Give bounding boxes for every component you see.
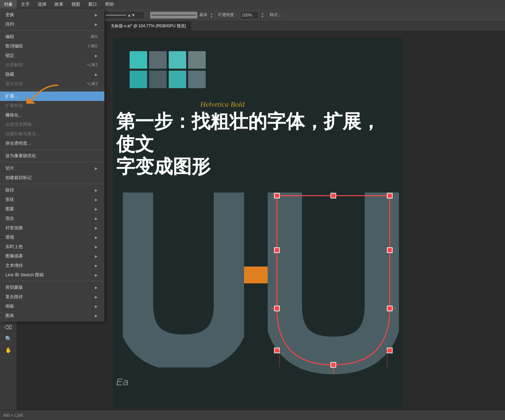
svg-rect-11 (274, 248, 279, 253)
menu-item-锁定[interactable]: 锁定 ▶ (0, 51, 104, 60)
submenu-arrow-剪切蒙版: ▶ (95, 286, 98, 289)
swatch-5 (149, 71, 167, 88)
status-bar: 800 × 1,165 (0, 410, 505, 420)
canvas-area: Helvetica Bold 第一步：找粗壮的字体，扩展，使文 字变成图形 (106, 31, 505, 410)
menu-item-排列[interactable]: 排列 ▶ (0, 20, 104, 29)
document-canvas: Helvetica Bold 第一步：找粗壮的字体，扩展，使文 字变成图形 (113, 38, 402, 408)
menu-item-栅格化[interactable]: 栅格化... (0, 110, 104, 120)
menu-文字[interactable]: 文字 (17, 0, 34, 9)
submenu-arrow-排列: ▶ (95, 23, 98, 26)
svg-rect-9 (387, 306, 392, 311)
svg-rect-13 (274, 348, 279, 353)
menu-item-设为像素级优化[interactable]: 设为像素级优化 (0, 151, 104, 161)
menu-item-图像描摹[interactable]: 图像描摹 ▶ (0, 251, 104, 261)
menu-item-全部解锁: 全部解锁 ⌥⌘2 (0, 60, 104, 70)
opacity-input[interactable] (240, 11, 259, 19)
svg-rect-7 (387, 193, 392, 198)
svg-rect-6 (274, 193, 279, 198)
opacity-stepper[interactable]: ▲ ▼ (261, 12, 264, 18)
submenu-arrow-切片: ▶ (95, 167, 98, 170)
menu-item-编组[interactable]: 编组 ⌘G (0, 32, 104, 41)
color-swatches-grid (130, 51, 206, 88)
sep-5 (0, 184, 104, 184)
arrow-right (244, 267, 268, 287)
menu-帮助[interactable]: 帮助 (101, 0, 118, 9)
submenu-arrow-图像描摹: ▶ (95, 254, 98, 258)
menu-item-形状[interactable]: 形状 ▶ (0, 195, 104, 204)
sep-2 (0, 90, 104, 90)
doc-size-label: 800 × 1,165 (3, 413, 23, 417)
menu-item-创建裁切标记[interactable]: 创建裁切标记 (0, 173, 104, 182)
menu-item-文本绕排[interactable]: 文本绕排 ▶ (0, 261, 104, 270)
menu-item-实时上色[interactable]: 实时上色 ▶ (0, 242, 104, 251)
base-stepper[interactable]: ▲ ▼ (210, 12, 212, 18)
menu-bar: 对象 文字 选择 效果 视图 窗口 帮助 (0, 0, 505, 9)
submenu-arrow-锁定: ▶ (95, 54, 98, 58)
tab-document[interactable]: 无标题-x.ai* @ 104.77% (RGB/GPU 预览) (106, 22, 191, 31)
menu-item-混合[interactable]: 混合 ▶ (0, 214, 104, 223)
submenu-arrow-变换: ▶ (95, 13, 98, 17)
menu-item-创建对象马赛克: 创建对象马赛克... (0, 129, 104, 139)
tab-bar: 无标题-x.ai* @ 104.77% (RGB/GPU 预览) (106, 22, 505, 31)
zoom-tool[interactable]: 🔍 (3, 333, 14, 344)
submenu-arrow-透视: ▶ (95, 236, 98, 239)
menu-item-取消编组[interactable]: 取消编组 ⇧⌘G (0, 41, 104, 51)
menu-item-封套扭曲[interactable]: 封套扭曲 ▶ (0, 223, 104, 233)
u-letter-right (268, 193, 399, 374)
menu-item-路径[interactable]: 路径 ▶ (0, 185, 104, 195)
eraser-tool[interactable]: ⌫ (3, 322, 14, 332)
menu-item-扩展[interactable]: 扩展... (0, 92, 104, 101)
heading-line2: 字变成图形 (116, 155, 392, 178)
menu-选择[interactable]: 选择 (34, 0, 50, 9)
submenu-arrow-混合: ▶ (95, 217, 98, 220)
svg-rect-15 (331, 362, 336, 368)
toolbar-sep-4 (147, 12, 147, 19)
sep-6 (0, 281, 104, 281)
u-letter-left (123, 193, 244, 368)
style-label: 样式： (270, 12, 282, 18)
menu-item-隐藏[interactable]: 隐藏 ▶ (0, 70, 104, 79)
hand-tool[interactable]: ✋ (3, 345, 14, 355)
swatch-6 (169, 71, 186, 88)
menu-item-变换[interactable]: 变换 ▶ (0, 10, 104, 20)
submenu-arrow-画板: ▶ (95, 305, 98, 308)
submenu-arrow-line-sketch: ▶ (95, 273, 98, 277)
swatch-2 (169, 51, 186, 69)
ea-text: Ea (116, 376, 129, 388)
sep-4 (0, 162, 104, 162)
swatch-7 (188, 71, 206, 88)
menu-item-图案[interactable]: 图案 ▶ (0, 204, 104, 214)
submenu-arrow-路径: ▶ (95, 188, 98, 192)
submenu-arrow-文本绕排: ▶ (95, 264, 98, 268)
menu-item-透视[interactable]: 透视 ▶ (0, 233, 104, 242)
stroke-dropdown[interactable]: ▲▼ (104, 11, 144, 19)
swatch-1 (149, 51, 167, 69)
u-letter-right-svg (268, 193, 399, 374)
menu-item-line-sketch[interactable]: Line 和 Sketch 图稿 ▶ (0, 270, 104, 280)
menu-视图[interactable]: 视图 (67, 0, 84, 9)
shortcut-取消编组: ⇧⌘G (87, 44, 98, 48)
stroke-style-preview (150, 12, 197, 19)
shortcut-全部解锁: ⌥⌘2 (87, 63, 98, 67)
menu-item-复合路径[interactable]: 复合路径 ▶ (0, 292, 104, 302)
shortcut-编组: ⌘G (91, 34, 98, 39)
submenu-arrow-形状: ▶ (95, 198, 98, 202)
menu-窗口[interactable]: 窗口 (84, 0, 101, 9)
toolbar-sep-5 (215, 12, 215, 19)
submenu-arrow-复合路径: ▶ (95, 295, 98, 299)
opacity-label: 不透明度： (218, 12, 238, 18)
heading-line1: 第一步：找粗壮的字体，扩展，使文 (116, 110, 392, 155)
menu-item-剪切蒙版[interactable]: 剪切蒙版 ▶ (0, 283, 104, 292)
submenu-arrow-封套扭曲: ▶ (95, 226, 98, 230)
submenu-arrow-隐藏: ▶ (95, 73, 98, 76)
swatch-0 (130, 51, 147, 69)
menu-item-画板[interactable]: 画板 ▶ (0, 302, 104, 311)
menu-item-图表[interactable]: 图表 ▶ (0, 311, 104, 320)
menu-对象[interactable]: 对象 (0, 0, 17, 9)
swatch-3 (188, 51, 206, 69)
svg-rect-12 (387, 248, 392, 253)
menu-item-切片[interactable]: 切片 ▶ (0, 164, 104, 173)
menu-item-拼合透明度[interactable]: 拼合透明度... (0, 139, 104, 148)
menu-效果[interactable]: 效果 (50, 0, 67, 9)
svg-rect-8 (274, 306, 279, 311)
